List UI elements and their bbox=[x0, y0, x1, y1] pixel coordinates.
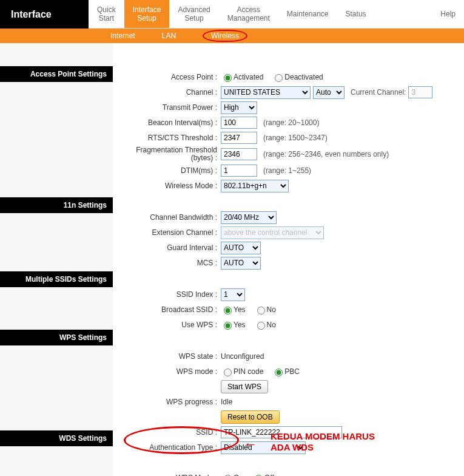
gi-label: Guard Interval : bbox=[118, 243, 221, 252]
dtim-input[interactable] bbox=[221, 165, 257, 177]
current-channel-label: Current Channel: bbox=[351, 88, 406, 97]
tx-power-select[interactable]: High bbox=[221, 101, 257, 114]
nav-help[interactable]: Help bbox=[432, 0, 464, 28]
use-wps-no-radio[interactable] bbox=[257, 322, 265, 330]
start-wps-button[interactable]: Start WPS bbox=[221, 380, 268, 393]
access-point-label: Access Point : bbox=[118, 73, 221, 81]
broadcast-no-radio[interactable] bbox=[257, 307, 265, 314]
ext-channel-select: above the control channel bbox=[221, 226, 324, 239]
section-mss: Multiple SSIDs Settings bbox=[0, 271, 113, 287]
wps-state-value: Unconfigured bbox=[221, 352, 264, 361]
ext-label: Extension Channel : bbox=[118, 228, 221, 237]
subnav-internet[interactable]: Internet bbox=[110, 32, 135, 40]
main-nav: QuickStart InterfaceSetup AdvancedSetup … bbox=[89, 0, 464, 29]
subnav-wireless[interactable]: Wireless bbox=[203, 30, 247, 42]
ssid-index-label: SSID Index : bbox=[118, 290, 221, 299]
page-title: Interface bbox=[0, 0, 89, 29]
nav-quick-start[interactable]: QuickStart bbox=[89, 0, 124, 28]
wps-progress-label: WPS progress : bbox=[118, 398, 221, 406]
nav-maintenance[interactable]: Maintenance bbox=[278, 0, 337, 28]
channel-label: Channel : bbox=[118, 88, 221, 97]
ap-deactivated-radio[interactable] bbox=[275, 74, 283, 82]
nav-advanced-setup[interactable]: AdvancedSetup bbox=[169, 0, 218, 28]
wireless-mode-select[interactable]: 802.11b+g+n bbox=[221, 180, 289, 192]
beacon-label: Beacon Interval(ms) : bbox=[118, 118, 221, 127]
frag-label: Fragmentation Threshold (bytes) : bbox=[118, 146, 221, 162]
nav-access-management[interactable]: AccessManagement bbox=[219, 0, 278, 28]
broadcast-ssid-label: Broadcast SSID : bbox=[118, 305, 221, 314]
ap-activated-radio[interactable] bbox=[224, 74, 232, 82]
guard-interval-select[interactable]: AUTO bbox=[221, 242, 261, 254]
ssid-label: SSID : bbox=[118, 428, 221, 437]
current-channel-field bbox=[408, 86, 432, 98]
section-sidebar: Access Point Settings 11n Settings Multi… bbox=[0, 43, 113, 476]
section-ap: Access Point Settings bbox=[0, 66, 113, 82]
use-wps-label: Use WPS : bbox=[118, 321, 221, 329]
wps-progress-value: Idle bbox=[221, 398, 232, 406]
section-wds: WDS Settings bbox=[0, 430, 113, 446]
use-wps-yes-radio[interactable] bbox=[224, 322, 232, 330]
beacon-input[interactable] bbox=[221, 117, 257, 129]
bw-label: Channel Bandwidth : bbox=[118, 213, 221, 222]
bandwidth-select[interactable]: 20/40 MHz bbox=[221, 211, 277, 224]
section-wps: WPS Settings bbox=[0, 330, 113, 345]
channel-auto-select[interactable]: Auto bbox=[313, 86, 345, 99]
frag-input[interactable] bbox=[221, 148, 257, 160]
ssid-index-select[interactable]: 1 bbox=[221, 288, 245, 301]
nav-status[interactable]: Status bbox=[337, 0, 375, 28]
reset-oob-button[interactable]: Reset to OOB bbox=[221, 410, 280, 424]
subnav-lan[interactable]: LAN bbox=[162, 32, 176, 40]
wps-pbc-radio[interactable] bbox=[275, 369, 283, 376]
wps-mode-label: WPS mode : bbox=[118, 367, 221, 376]
broadcast-yes-radio[interactable] bbox=[224, 307, 232, 314]
wds-mode-label: WDS Mode : bbox=[118, 474, 221, 476]
sub-nav: Internet LAN Wireless bbox=[0, 29, 464, 43]
channel-country-select[interactable]: UNITED STATES bbox=[221, 86, 311, 99]
dtim-label: DTIM(ms) : bbox=[118, 166, 221, 175]
tx-power-label: Transmit Power : bbox=[118, 103, 221, 112]
mcs-select[interactable]: AUTO bbox=[221, 257, 261, 270]
wps-state-label: WPS state : bbox=[118, 352, 221, 361]
rts-label: RTS/CTS Threshold : bbox=[118, 134, 221, 142]
auth-type-label: Authentication Type : bbox=[118, 443, 221, 452]
wmode-label: Wireless Mode : bbox=[118, 182, 221, 190]
nav-interface-setup[interactable]: InterfaceSetup bbox=[124, 0, 170, 28]
auth-type-select[interactable]: Disabled bbox=[221, 441, 306, 454]
mcs-label: MCS : bbox=[118, 259, 221, 267]
wps-pin-radio[interactable] bbox=[224, 369, 232, 376]
ssid-input[interactable] bbox=[221, 426, 342, 438]
section-11n: 11n Settings bbox=[0, 197, 113, 213]
main-panel: Access Point : Activated Deactivated Cha… bbox=[113, 43, 464, 476]
rts-input[interactable] bbox=[221, 132, 257, 144]
